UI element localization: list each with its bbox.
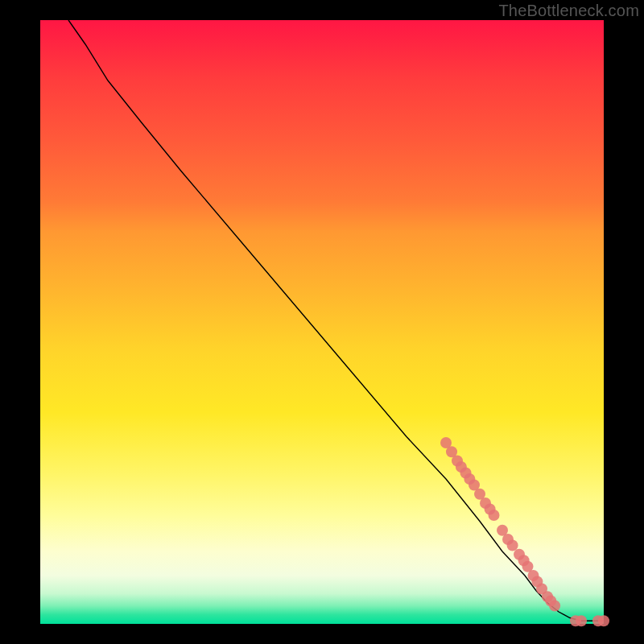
data-point-marker (549, 601, 560, 612)
chart-svg-overlay (40, 20, 604, 624)
data-point-marker (489, 510, 500, 521)
bottleneck-curve-line (68, 20, 604, 621)
data-point-marker (576, 615, 587, 626)
attribution-text: TheBottleneck.com (498, 2, 639, 20)
marker-group (440, 437, 609, 626)
chart-plot-area (40, 20, 604, 624)
data-point-marker (507, 540, 518, 551)
data-point-marker (598, 615, 609, 626)
